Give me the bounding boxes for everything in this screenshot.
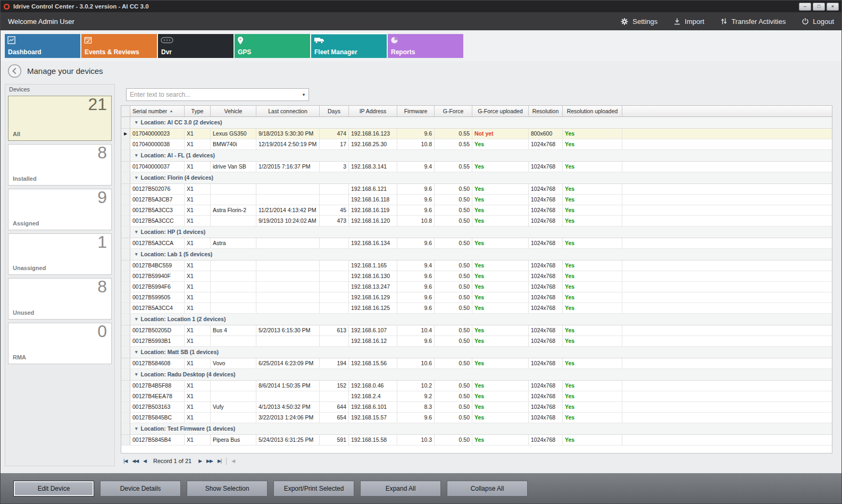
table-row[interactable]: 00127B502076X1192.168.6.1219.60.50Yes102… [121, 184, 832, 195]
pager-last-button[interactable]: ▶| [218, 458, 221, 464]
card-count: 8 [97, 277, 107, 297]
column-header-vehicle[interactable]: Vehicle [211, 106, 256, 116]
pager-next-page-button[interactable]: ▶▶ [206, 458, 213, 464]
cell-g-force-uploaded: Yes [472, 325, 529, 335]
back-button[interactable] [7, 64, 22, 78]
menu-logout[interactable]: Logout [802, 18, 834, 26]
group-label: Location: Al CC 3.0 (2 devices) [141, 117, 222, 128]
table-row[interactable]: 00127B599505X1192.168.16.1299.60.50Yes10… [121, 292, 832, 303]
collapse-all-button[interactable]: Collapse All [447, 481, 528, 497]
column-header-label: Vehicle [224, 108, 243, 114]
tab-fleet-manager[interactable]: Fleet Manager [311, 34, 387, 58]
table-row[interactable]: 00127B4BC559X1192.168.1.1659.40.50Yes102… [121, 261, 832, 271]
group-row[interactable]: ▾Location: HP (1 devices) [121, 226, 832, 238]
row-indicator-cell [121, 150, 130, 161]
menu-transfer-activities[interactable]: Transfer Activities [720, 18, 786, 26]
cell-days [320, 292, 349, 303]
column-header-ip-address[interactable]: IP Address [349, 106, 397, 116]
group-row[interactable]: ▾Location: Lab 1 (5 devices) [121, 249, 832, 261]
device-filter-assigned[interactable]: 9Assigned [8, 189, 112, 230]
table-row[interactable]: 00127B5993B1X1192.168.16.129.60.50Yes102… [121, 336, 832, 347]
expand-all-button[interactable]: Expand All [360, 481, 441, 497]
column-header-resolution-uploaded[interactable]: Resolution uploaded [563, 106, 622, 116]
devices-panel: Devices 21All8Installed9Assigned1Unassig… [5, 84, 115, 466]
device-filter-all[interactable]: 21All [8, 96, 112, 141]
tab-events-reviews[interactable]: Events & Reviews [81, 34, 157, 58]
column-header-firmware[interactable]: Firmware [397, 106, 435, 116]
table-row[interactable]: 00127B5A3CCAX1Astra192.168.16.1349.60.50… [121, 238, 832, 249]
cell-days [320, 282, 349, 292]
close-button[interactable]: × [827, 3, 839, 11]
search-input[interactable] [127, 91, 299, 98]
table-row[interactable]: 017040000037X1idrive Van SB1/2/2015 7:16… [121, 162, 832, 172]
group-row[interactable]: ▾Location: Matt SB (1 devices) [121, 347, 832, 358]
table-row[interactable]: 00127B4EEA78X1192.168.2.49.20.50Yes1024x… [121, 391, 832, 402]
tab-dashboard[interactable]: Dashboard [5, 34, 80, 58]
show-selection-button[interactable]: Show Selection [187, 481, 268, 497]
table-row[interactable]: 017040000038X1BMW740i12/19/2014 2:50:19 … [121, 139, 832, 150]
table-row[interactable]: 00127B59940FX1192.168.16.1309.60.50Yes10… [121, 271, 832, 282]
maximize-button[interactable]: □ [813, 3, 825, 11]
column-header-last-connection[interactable]: Last connection [256, 106, 320, 116]
table-row[interactable]: 00127B5A3CB7X1192.168.16.1189.60.50Yes10… [121, 195, 832, 205]
device-details-button[interactable]: Device Details [100, 481, 181, 497]
group-row[interactable]: ▾Location: Al CC 3.0 (2 devices) [121, 117, 832, 129]
group-row[interactable]: ▾Location: Location 1 (2 devices) [121, 314, 832, 325]
device-filter-unused[interactable]: 8Unused [8, 278, 112, 320]
card-label: All [13, 131, 20, 137]
table-row[interactable]: 00127B5994F6X1192.168.13.2479.60.50Yes10… [121, 282, 832, 292]
cell-serial-number: 00127B59940F [130, 271, 185, 281]
column-header-type[interactable]: Type [185, 106, 211, 116]
cell-last-connection [256, 184, 320, 194]
power-icon [802, 18, 809, 25]
device-filter-unassigned[interactable]: 1Unassigned [8, 233, 112, 275]
pager-prev-button[interactable]: ◀ [143, 458, 146, 464]
cell-filler [622, 282, 832, 292]
table-row[interactable]: 00127B5A3CC3X1Astra Florin-211/21/2014 4… [121, 205, 832, 216]
device-filter-rma[interactable]: 0RMA [8, 323, 112, 364]
table-row[interactable]: 00127B5A3CC4X1192.168.16.1259.60.50Yes10… [121, 303, 832, 314]
menu-import[interactable]: Import [673, 18, 704, 26]
group-row[interactable]: ▾Location: Florin (4 devices) [121, 172, 832, 184]
export-print-selected-button[interactable]: Export/Print Selected [273, 481, 354, 497]
table-row[interactable]: 00127B5845B4X1Pipera Bus5/24/2013 6:31:2… [121, 435, 832, 446]
pager-prev-page-button[interactable]: ◀◀ [132, 458, 138, 464]
search-dropdown-icon[interactable]: ▼ [299, 93, 309, 97]
tab-reports[interactable]: Reports [388, 34, 463, 58]
group-row[interactable]: ▾Location: Al - FL (1 devices) [121, 150, 832, 162]
minimize-button[interactable]: – [799, 3, 811, 11]
column-header-days[interactable]: Days [320, 106, 349, 116]
pager-first-button[interactable]: |◀ [123, 458, 127, 464]
table-row[interactable]: 00127B503163X1Vufy4/1/2013 4:50:32 PM644… [121, 402, 832, 413]
table-row[interactable]: 00127B5A3CCCX19/19/2013 10:24:02 AM47319… [121, 216, 832, 226]
cell-serial-number: 00127B4EEA78 [130, 391, 185, 401]
table-row[interactable]: 00127B4B5F88X18/6/2014 1:50:35 PM152192.… [121, 381, 832, 391]
cell-last-connection: 5/24/2013 6:31:25 PM [256, 435, 320, 445]
collapse-triangle-icon: ▾ [135, 150, 138, 161]
table-row[interactable]: 00127B50205DX1Bus 45/2/2013 6:15:30 PM61… [121, 325, 832, 336]
cell-g-force: 0.50 [435, 195, 472, 205]
edit-device-button[interactable]: Edit Device [13, 481, 94, 497]
devices-grid: Serial number▲TypeVehicleLast connection… [121, 105, 832, 453]
cell-g-force: 0.50 [435, 216, 472, 226]
table-row[interactable]: 00127B5845BCX13/22/2013 1:24:06 PM654192… [121, 413, 832, 423]
cell-resolution: 1024x768 [529, 402, 563, 412]
tab-dvr[interactable]: Dvr [158, 34, 234, 58]
tab-gps[interactable]: GPS [235, 34, 310, 58]
column-header-g-force-uploaded[interactable]: G-Force uploaded [472, 106, 529, 116]
cell-days: 644 [320, 402, 349, 412]
table-row[interactable]: ▶017040000023X1Lexus GS3509/18/2013 5:30… [121, 129, 832, 139]
column-header-serial-number[interactable]: Serial number▲ [130, 106, 185, 116]
table-row[interactable]: 00127B584608X1Vovo6/25/2014 6:23:09 PM19… [121, 358, 832, 369]
menu-settings[interactable]: Settings [620, 18, 657, 26]
device-filter-installed[interactable]: 8Installed [8, 144, 112, 186]
cell-vehicle: Astra [211, 238, 256, 248]
group-row[interactable]: ▾Location: Test Firmware (1 devices) [121, 423, 832, 435]
column-header-resolution[interactable]: Resolution [529, 106, 563, 116]
cell-filler [622, 391, 832, 401]
group-row[interactable]: ▾Location: Radu Desktop (4 devices) [121, 369, 832, 381]
column-header-g-force[interactable]: G-Force [435, 106, 472, 116]
pager-next-button[interactable]: ▶ [198, 458, 202, 464]
column-header-label: Type [191, 108, 204, 114]
cell-ip-address: 192.168.6.107 [349, 325, 397, 335]
